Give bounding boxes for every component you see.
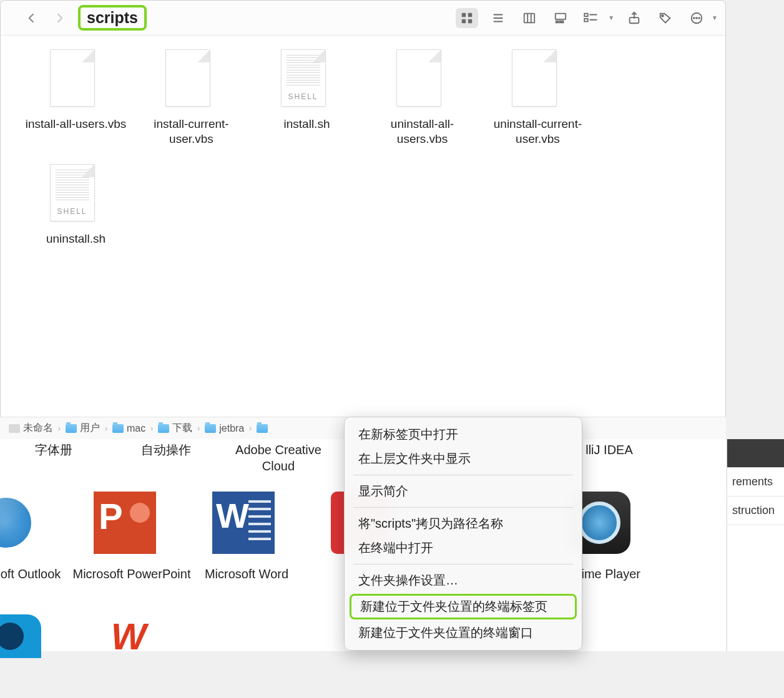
path-item[interactable]: jetbra: [205, 423, 244, 434]
svg-rect-11: [556, 21, 558, 22]
svg-point-19: [662, 14, 664, 16]
file-item[interactable]: install-current-user.vbs: [134, 49, 249, 147]
file-item[interactable]: uninstall-current-user.vbs: [480, 49, 595, 147]
chevron-right-icon: ›: [249, 424, 252, 433]
outlook-icon[interactable]: [0, 492, 37, 554]
file-item[interactable]: install-all-users.vbs: [18, 49, 134, 147]
folder-title: scripts: [87, 9, 138, 27]
path-item[interactable]: [257, 424, 268, 433]
file-item[interactable]: uninstall-all-users.vbs: [365, 49, 480, 147]
svg-rect-13: [562, 21, 564, 22]
app-label: 自动操作: [110, 442, 222, 474]
shell-script-icon: SHELL: [50, 164, 102, 226]
file-item[interactable]: SHELL install.sh: [249, 49, 365, 147]
context-menu: 在新标签页中打开 在上层文件夹中显示 显示简介 将"scripts"拷贝为路径名…: [344, 417, 582, 651]
app-label: 字体册: [0, 442, 110, 474]
file-name-label: install-all-users.vbs: [26, 117, 127, 132]
toolbar-actions: ▼ ▼: [582, 8, 718, 28]
chevron-right-icon: ›: [150, 424, 153, 433]
svg-rect-15: [584, 18, 588, 21]
document-icon: [396, 49, 449, 112]
path-label: 未命名: [23, 422, 53, 435]
path-item-root[interactable]: 未命名: [9, 422, 53, 435]
document-icon: [512, 49, 564, 112]
side-row[interactable]: struction: [727, 497, 784, 525]
more-actions-button[interactable]: [685, 8, 708, 28]
path-label: 用户: [80, 422, 100, 435]
app-label: Microsoft PowerPoint: [72, 566, 191, 582]
folder-icon: [112, 424, 124, 433]
path-item[interactable]: 用户: [66, 422, 100, 435]
app-label: Adobe Creative Cloud: [222, 442, 335, 474]
ctx-separator: [353, 475, 573, 475]
side-window-fragment: rements struction: [727, 439, 784, 651]
file-name-label: install.sh: [284, 117, 330, 132]
finder-toolbar: scripts ▼: [1, 1, 725, 36]
app-icon[interactable]: W: [97, 614, 160, 658]
svg-point-22: [696, 17, 697, 19]
disk-icon: [9, 424, 20, 433]
group-by-button[interactable]: [582, 8, 604, 28]
chevron-down-icon: ▼: [608, 14, 614, 21]
folder-icon: [205, 424, 216, 433]
document-icon: [165, 49, 218, 112]
chevron-right-icon: ›: [105, 424, 107, 433]
view-mode-group: [456, 8, 572, 28]
file-name-label: uninstall-all-users.vbs: [370, 117, 476, 147]
path-label: jetbra: [219, 423, 244, 434]
ctx-open-new-tab[interactable]: 在新标签页中打开: [345, 422, 582, 447]
forward-button[interactable]: [51, 9, 68, 27]
tag-button[interactable]: [654, 8, 677, 28]
share-button[interactable]: [623, 8, 645, 28]
ctx-separator: [353, 507, 573, 508]
file-name-label: install-current-user.vbs: [139, 117, 245, 147]
svg-rect-2: [462, 19, 466, 22]
svg-rect-7: [524, 13, 535, 22]
back-button[interactable]: [23, 9, 41, 27]
shell-script-icon: SHELL: [281, 49, 333, 112]
path-item[interactable]: 下载: [158, 422, 192, 435]
finder-window: scripts ▼: [0, 0, 726, 437]
ctx-copy-as-path[interactable]: 将"scripts"拷贝为路径名称: [345, 511, 582, 536]
svg-rect-0: [462, 12, 466, 16]
svg-point-23: [698, 17, 700, 19]
ctx-get-info[interactable]: 显示简介: [345, 479, 582, 503]
file-grid[interactable]: install-all-users.vbs install-current-us…: [1, 36, 725, 259]
chevron-right-icon: ›: [197, 424, 200, 433]
path-label: 下载: [172, 422, 192, 435]
ctx-separator: [353, 564, 573, 565]
gallery-view-button[interactable]: [549, 8, 572, 28]
document-icon: [50, 49, 102, 112]
svg-rect-10: [556, 13, 566, 19]
app-icon[interactable]: [0, 614, 41, 658]
svg-rect-14: [584, 13, 588, 16]
icon-view-button[interactable]: [456, 8, 478, 28]
column-view-button[interactable]: [518, 8, 541, 28]
folder-icon: [66, 424, 77, 433]
svg-rect-3: [468, 19, 472, 22]
side-row[interactable]: rements: [727, 468, 784, 497]
ctx-new-terminal-tab[interactable]: 新建位于文件夹位置的终端标签页: [350, 594, 577, 619]
ctx-folder-action-settings[interactable]: 文件夹操作设置…: [345, 568, 582, 593]
file-name-label: uninstall.sh: [46, 231, 105, 246]
svg-rect-1: [468, 12, 472, 16]
ctx-new-terminal-window[interactable]: 新建位于文件夹位置的终端窗口: [345, 621, 582, 645]
word-icon[interactable]: [212, 492, 275, 554]
list-view-button[interactable]: [487, 8, 509, 28]
powerpoint-icon[interactable]: [94, 492, 156, 554]
svg-rect-12: [559, 21, 561, 22]
ctx-open-in-terminal[interactable]: 在终端中打开: [345, 536, 582, 560]
folder-title-highlight: scripts: [78, 5, 147, 31]
file-item[interactable]: SHELL uninstall.sh: [18, 164, 134, 246]
ctx-show-in-enclosing[interactable]: 在上层文件夹中显示: [345, 447, 582, 471]
app-label: Microsoft Word: [187, 566, 306, 582]
folder-icon: [257, 424, 268, 433]
path-label: mac: [127, 423, 145, 434]
chevron-right-icon: ›: [58, 424, 61, 433]
svg-point-21: [693, 17, 695, 19]
folder-icon: [158, 424, 169, 433]
chevron-down-icon: ▼: [712, 14, 718, 21]
path-item[interactable]: mac: [112, 423, 145, 434]
side-header: [727, 439, 784, 468]
file-name-label: uninstall-current-user.vbs: [485, 117, 591, 147]
